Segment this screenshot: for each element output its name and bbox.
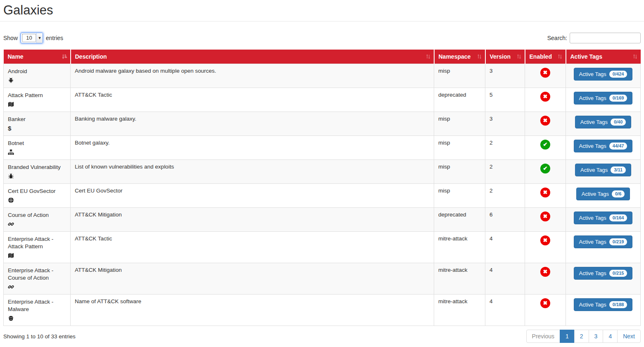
name-cell: Cert EU GovSector	[4, 184, 71, 208]
enabled-cell: ✔	[525, 160, 566, 184]
active-tags-cell: Active Tags 0/219	[566, 232, 641, 263]
page-length-select[interactable]: 10 ▼	[21, 33, 43, 43]
table-header: Name Description Namespace Version Enabl…	[4, 50, 641, 64]
column-header-label: Namespace	[439, 53, 471, 60]
disabled-cross-icon: ✖	[540, 92, 550, 102]
pagination-4[interactable]: 4	[603, 330, 618, 343]
enabled-cell: ✖	[525, 295, 566, 326]
description-cell: ATT&CK Tactic	[71, 232, 434, 263]
sitemap-icon	[8, 149, 66, 156]
sort-both-icon	[632, 54, 638, 59]
galaxy-name: Attack Pattern	[8, 92, 66, 99]
page-length-value: 10	[23, 34, 36, 42]
active-tags-button[interactable]: Active Tags 0/40	[575, 116, 632, 128]
column-header-description[interactable]: Description	[71, 50, 434, 64]
active-tags-count-badge: 0/164	[609, 214, 627, 221]
galaxy-description: Banking malware galaxy.	[75, 116, 136, 122]
globe-icon	[8, 197, 66, 204]
active-tags-count-badge: 0/40	[611, 119, 626, 126]
bug-icon	[8, 173, 66, 180]
active-tags-button[interactable]: Active Tags 44/47	[574, 140, 633, 152]
active-tags-button[interactable]: Active Tags 0/424	[574, 68, 633, 81]
active-tags-button[interactable]: Active Tags 0/215	[574, 267, 633, 280]
galaxy-name: Android	[8, 68, 66, 75]
galaxy-description: Botnet galaxy.	[75, 140, 110, 146]
active-tags-button-label: Active Tags	[579, 215, 606, 221]
galaxy-version: 4	[490, 267, 493, 273]
column-header-label: Active Tags	[570, 53, 603, 60]
active-tags-count-badge: 0/188	[609, 301, 627, 308]
name-cell: Branded Vulnerability	[4, 160, 71, 184]
active-tags-button[interactable]: Active Tags 3/11	[575, 164, 631, 176]
entries-info: Showing 1 to 10 of 33 entries	[3, 330, 76, 340]
enabled-cell: ✖	[525, 184, 566, 208]
sort-asc-icon	[62, 54, 67, 59]
pagination-3[interactable]: 3	[589, 330, 604, 343]
active-tags-button[interactable]: Active Tags 0/164	[574, 212, 633, 224]
column-header-enabled[interactable]: Enabled	[525, 50, 566, 64]
version-cell: 2	[485, 184, 525, 208]
search-input[interactable]	[570, 33, 641, 43]
galaxy-version: 3	[490, 68, 493, 74]
pagination-next[interactable]: Next	[617, 330, 641, 343]
enabled-cell: ✖	[525, 88, 566, 112]
pagination-2[interactable]: 2	[574, 330, 589, 343]
active-tags-button[interactable]: Active Tags 0/6	[576, 188, 630, 200]
pagination-previous[interactable]: Previous	[526, 330, 560, 343]
column-header-version[interactable]: Version	[485, 50, 525, 64]
namespace-cell: misp	[434, 136, 485, 160]
table-row: Course of Action ATT&CK Mitigation depre…	[4, 208, 641, 232]
dollar-icon: $	[8, 125, 66, 132]
disabled-cross-icon: ✖	[540, 267, 550, 277]
galaxy-name: Enterprise Attack - Attack Pattern	[8, 235, 66, 250]
active-tags-button[interactable]: Active Tags 0/169	[574, 92, 633, 105]
table-row: Attack Pattern ATT&CK Tactic deprecated …	[4, 88, 641, 112]
android-icon	[8, 77, 66, 84]
galaxy-namespace: misp	[438, 116, 450, 122]
galaxy-name: Banker	[8, 116, 66, 123]
column-header-label: Enabled	[530, 53, 552, 60]
version-cell: 2	[485, 136, 525, 160]
link-icon	[8, 221, 66, 228]
active-tags-button[interactable]: Active Tags 0/219	[574, 235, 633, 248]
link-icon	[8, 284, 66, 290]
galaxies-table: Name Description Namespace Version Enabl…	[3, 50, 641, 326]
disabled-cross-icon: ✖	[540, 68, 550, 78]
column-header-active-tags[interactable]: Active Tags	[566, 50, 641, 64]
pagination: Previous1234Next	[526, 330, 641, 343]
sort-both-icon	[516, 54, 522, 59]
version-cell: 2	[485, 160, 525, 184]
disabled-cross-icon: ✖	[540, 212, 550, 221]
column-header-namespace[interactable]: Namespace	[434, 50, 485, 64]
pagination-1[interactable]: 1	[560, 330, 575, 343]
galaxy-description: Android malware galaxy based on multiple…	[75, 68, 216, 74]
galaxy-description: Name of ATT&CK software	[75, 298, 141, 304]
galaxy-description: ATT&CK Tactic	[75, 235, 112, 242]
description-cell: ATT&CK Mitigation	[71, 208, 434, 232]
namespace-cell: misp	[434, 112, 485, 136]
galaxy-name: Enterprise Attack - Course of Action	[8, 267, 66, 282]
active-tags-count-badge: 0/6	[612, 190, 625, 197]
galaxy-namespace: misp	[438, 188, 450, 194]
column-header-name[interactable]: Name	[4, 50, 71, 64]
table-row: Branded Vulnerability List of known vuln…	[4, 160, 641, 184]
table-row: Banker $ Banking malware galaxy. misp 3 …	[4, 112, 641, 136]
active-tags-button[interactable]: Active Tags 0/188	[574, 298, 633, 311]
active-tags-cell: Active Tags 0/188	[566, 295, 641, 326]
galaxy-name: Branded Vulnerability	[8, 164, 66, 171]
galaxy-namespace: misp	[438, 164, 450, 170]
galaxy-namespace: deprecated	[438, 212, 466, 218]
page-title: Galaxies	[3, 2, 641, 18]
description-cell: Cert EU GovSector	[71, 184, 434, 208]
enabled-cell: ✖	[525, 232, 566, 263]
enabled-check-icon: ✔	[540, 164, 550, 174]
galaxy-description: ATT&CK Mitigation	[75, 267, 122, 273]
search-box: Search:	[547, 33, 641, 43]
map-icon	[8, 252, 66, 259]
galaxy-version: 5	[490, 92, 493, 98]
column-header-label: Description	[75, 53, 107, 60]
disabled-cross-icon: ✖	[540, 188, 550, 197]
version-cell: 4	[485, 295, 525, 326]
description-cell: Botnet galaxy.	[71, 136, 434, 160]
galaxy-version: 4	[490, 235, 493, 242]
